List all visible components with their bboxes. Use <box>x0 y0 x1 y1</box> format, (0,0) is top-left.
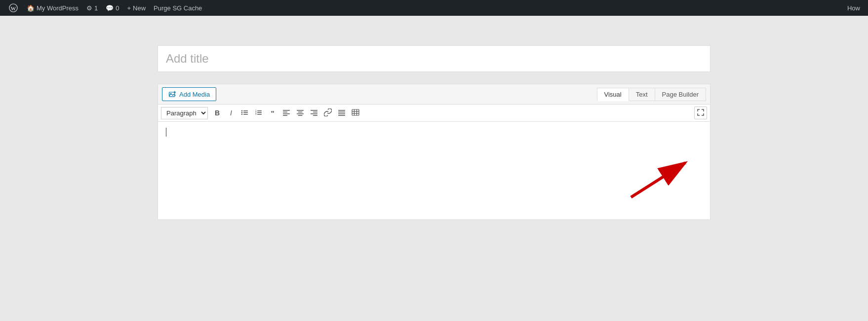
adminbar-purge-label: Purge SG Cache <box>154 4 202 12</box>
post-title-input[interactable] <box>158 45 710 72</box>
svg-point-10 <box>241 112 242 113</box>
bold-button[interactable]: B <box>211 107 224 119</box>
comment-icon: 💬 <box>106 4 114 12</box>
italic-icon: I <box>230 109 232 117</box>
align-left-button[interactable] <box>280 107 293 119</box>
tab-visual[interactable]: Visual <box>597 88 629 101</box>
svg-rect-30 <box>338 110 345 111</box>
adminbar-howdy[interactable]: How <box>843 0 864 16</box>
align-center-button[interactable] <box>294 107 307 119</box>
insert-link-button[interactable] <box>321 107 334 119</box>
fullscreen-icon <box>697 109 704 117</box>
fullscreen-button[interactable] <box>694 107 707 119</box>
svg-rect-6 <box>243 110 248 111</box>
editor-toolbar-format: Paragraph Heading 1 Heading 2 B I <box>158 104 710 121</box>
editor-tabs: Visual Text Page Builder <box>597 88 706 101</box>
svg-rect-33 <box>338 115 345 116</box>
svg-rect-14 <box>257 114 262 115</box>
adminbar-howdy-label: How <box>847 4 860 12</box>
svg-rect-13 <box>257 112 262 113</box>
svg-rect-32 <box>338 113 345 114</box>
title-field-wrap <box>158 45 710 72</box>
svg-rect-12 <box>257 110 262 111</box>
editor-body[interactable] <box>158 121 710 220</box>
adminbar-purge-cache[interactable]: Purge SG Cache <box>150 0 206 16</box>
svg-rect-19 <box>283 111 287 112</box>
align-center-icon <box>296 108 304 118</box>
gear-icon: ⚙ <box>86 4 92 12</box>
adminbar-home[interactable]: 🏠 My WordPress <box>23 0 82 16</box>
plus-icon: + <box>127 4 131 12</box>
svg-rect-34 <box>352 109 359 115</box>
svg-rect-20 <box>283 113 290 114</box>
adminbar-updates[interactable]: ⚙ 1 <box>82 0 102 16</box>
home-icon: 🏠 <box>27 4 35 12</box>
svg-text:W: W <box>11 5 16 11</box>
editor-wrap: Add Media Visual Text Page Builder <box>148 45 720 220</box>
svg-line-40 <box>631 163 685 197</box>
ol-icon: 123 <box>255 108 263 118</box>
svg-rect-8 <box>243 114 248 115</box>
svg-rect-7 <box>243 112 248 113</box>
horizontal-rule-button[interactable] <box>335 107 348 119</box>
table-button[interactable] <box>349 107 362 119</box>
unordered-list-button[interactable] <box>238 107 251 119</box>
hr-icon <box>338 108 346 118</box>
svg-rect-24 <box>297 113 304 114</box>
add-media-label: Add Media <box>179 91 210 98</box>
svg-rect-28 <box>311 113 317 114</box>
tab-visual-label: Visual <box>604 91 622 98</box>
ul-icon <box>241 108 249 118</box>
wp-logo[interactable]: W <box>4 0 23 16</box>
svg-rect-29 <box>313 115 317 116</box>
align-left-icon <box>282 108 290 118</box>
admin-bar: W 🏠 My WordPress ⚙ 1 💬 0 + New Purge SG … <box>0 0 868 16</box>
editor-toolbar-top: Add Media Visual Text Page Builder <box>158 84 710 104</box>
paragraph-select[interactable]: Paragraph Heading 1 Heading 2 <box>161 107 208 119</box>
svg-rect-22 <box>297 110 304 111</box>
red-arrow-annotation <box>621 155 700 200</box>
blockquote-icon: " <box>271 109 274 117</box>
svg-point-9 <box>241 110 242 111</box>
svg-rect-25 <box>298 115 303 116</box>
adminbar-comments[interactable]: 💬 0 <box>102 0 123 16</box>
adminbar-site-label: My WordPress <box>37 4 79 12</box>
table-icon <box>352 108 359 118</box>
svg-rect-18 <box>283 110 290 111</box>
adminbar-new-label: New <box>133 4 146 12</box>
svg-rect-21 <box>283 115 287 116</box>
tab-page-builder-label: Page Builder <box>662 91 699 98</box>
adminbar-comments-count: 0 <box>116 4 119 12</box>
add-media-button[interactable]: Add Media <box>162 87 216 101</box>
align-right-icon <box>310 108 318 118</box>
tab-text[interactable]: Text <box>629 88 655 101</box>
blockquote-button[interactable]: " <box>266 107 279 119</box>
tab-page-builder[interactable]: Page Builder <box>655 88 706 101</box>
add-media-icon <box>168 90 176 98</box>
svg-rect-23 <box>298 111 303 112</box>
align-right-button[interactable] <box>308 107 320 119</box>
main-content: Add Media Visual Text Page Builder <box>0 16 868 321</box>
link-icon <box>324 108 332 118</box>
adminbar-updates-count: 1 <box>94 4 98 12</box>
svg-text:3: 3 <box>255 113 257 115</box>
svg-rect-31 <box>338 111 345 112</box>
svg-point-11 <box>241 113 242 114</box>
adminbar-new[interactable]: + New <box>123 0 150 16</box>
editor-area: Add Media Visual Text Page Builder <box>158 84 710 220</box>
bold-icon: B <box>215 109 220 117</box>
svg-rect-26 <box>311 110 317 111</box>
italic-button[interactable]: I <box>225 107 237 119</box>
editor-cursor <box>166 128 166 137</box>
tab-text-label: Text <box>636 91 648 98</box>
ordered-list-button[interactable]: 123 <box>252 107 265 119</box>
svg-rect-27 <box>313 111 317 112</box>
